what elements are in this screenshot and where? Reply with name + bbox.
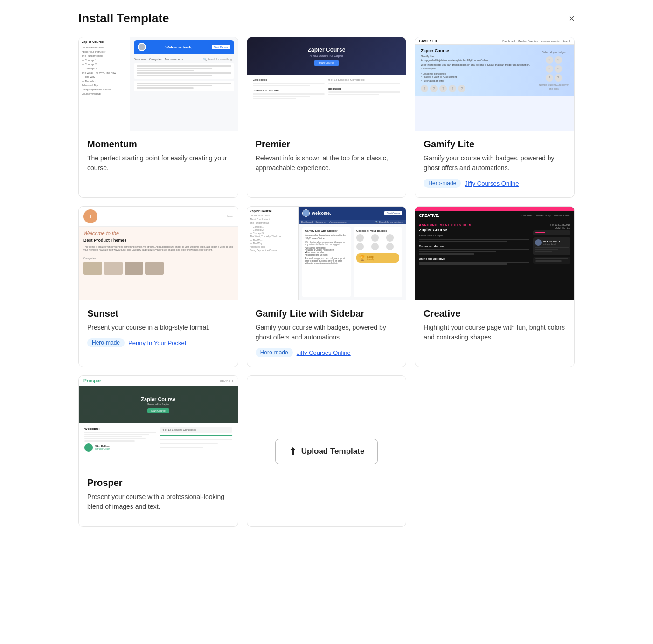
jiffy-courses-link-2[interactable]: Jiffy Courses Online [297, 349, 351, 356]
upload-icon: ⬆ [289, 446, 297, 457]
gamify-lite-desc: Gamify your course with badges, powered … [424, 153, 566, 173]
sunset-tags: Hero-made Penny In Your Pocket [87, 338, 229, 347]
gamify-lite-preview: GAMIFY LITE Dashboard Member Directory A… [415, 37, 574, 131]
premier-body: Premier Relevant info is shown at the to… [247, 131, 406, 188]
template-card-premier[interactable]: Zapier Course A test course for Zapier S… [247, 37, 407, 198]
gamify-sidebar-tags: Hero-made Jiffy Courses Online [256, 348, 398, 357]
premier-desc: Relevant info is shown at the top for a … [256, 153, 398, 173]
sunset-preview: S Menu Welcome to the Best Product Theme… [79, 207, 238, 300]
sunset-desc: Present your course in a blog-style form… [87, 323, 229, 332]
gamify-sidebar-body: Gamify Lite with Sidebar Gamify your cou… [247, 300, 406, 367]
prosper-title: Prosper [87, 478, 229, 488]
close-button[interactable]: × [569, 14, 575, 24]
creative-preview: CREATIVE. Dashboard Master Library Annou… [415, 207, 574, 300]
creative-title: Creative [424, 308, 566, 319]
creative-desc: Highlight your course page with fun, bri… [424, 323, 566, 342]
creative-body: Creative Highlight your course page with… [415, 300, 574, 357]
gamify-sidebar-preview: Zapier Course Course Introduction About … [247, 207, 406, 300]
template-card-momentum[interactable]: Zapier Course Course Introduction About … [78, 37, 238, 198]
empty-cell [415, 375, 575, 527]
penny-pocket-link[interactable]: Penny In Your Pocket [128, 339, 186, 346]
gamify-lite-tags: Hero-made Jiffy Courses Online [424, 179, 566, 188]
install-template-modal: Install Template × Zapier Course Course … [65, 0, 588, 542]
momentum-sidebar: Zapier Course Course Introduction About … [79, 37, 130, 131]
momentum-body: Momentum The perfect starting point for … [79, 131, 238, 188]
gamify-lite-body: Gamify Lite Gamify your course with badg… [415, 131, 574, 197]
prosper-search: SEARCH [220, 380, 233, 382]
momentum-main: Welcome back, Start Course DashboardCate… [130, 37, 238, 131]
prosper-preview: Prosper SEARCH Zapier Course Powered by … [79, 376, 238, 469]
premier-preview: Zapier Course A test course for Zapier S… [247, 37, 406, 131]
hero-made-tag: Hero-made [424, 179, 461, 188]
gamify-sidebar-desc: Gamify your course with badges, powered … [256, 323, 398, 342]
premier-title: Premier [256, 139, 398, 150]
upload-template-button[interactable]: ⬆ Upload Template [275, 439, 378, 464]
template-card-prosper[interactable]: Prosper SEARCH Zapier Course Powered by … [78, 375, 238, 527]
sunset-title: Sunset [87, 308, 229, 319]
momentum-title: Momentum [87, 139, 229, 150]
prosper-body: Prosper Present your course with a profe… [79, 469, 238, 526]
sunset-hero-made-tag: Hero-made [87, 338, 125, 347]
modal-title: Install Template [78, 11, 169, 26]
gamify-sidebar-hero-made-tag: Hero-made [256, 348, 293, 357]
template-grid: Zapier Course Course Introduction About … [78, 37, 575, 367]
template-card-creative[interactable]: CREATIVE. Dashboard Master Library Annou… [415, 206, 575, 367]
momentum-desc: The perfect starting point for easily cr… [87, 153, 229, 173]
momentum-preview: Zapier Course Course Introduction About … [79, 37, 238, 131]
prosper-desc: Present your course with a professional-… [87, 492, 229, 512]
modal-header: Install Template × [78, 11, 575, 26]
bottom-grid: Prosper SEARCH Zapier Course Powered by … [78, 375, 575, 527]
gamify-sidebar-title: Gamify Lite with Sidebar [256, 308, 398, 319]
upload-template-label: Upload Template [301, 447, 365, 456]
template-card-gamify-lite[interactable]: GAMIFY LITE Dashboard Member Directory A… [415, 37, 575, 198]
upload-template-card[interactable]: ⬆ Upload Template [247, 375, 407, 527]
sunset-logo: S [83, 209, 97, 223]
sunset-body: Sunset Present your course in a blog-sty… [79, 300, 238, 357]
gamify-lite-title: Gamify Lite [424, 139, 566, 150]
template-card-sunset[interactable]: S Menu Welcome to the Best Product Theme… [78, 206, 238, 367]
template-card-gamify-sidebar[interactable]: Zapier Course Course Introduction About … [247, 206, 407, 367]
jiffy-courses-link-1[interactable]: Jiffy Courses Online [465, 180, 519, 187]
prosper-logo: Prosper [83, 378, 101, 383]
